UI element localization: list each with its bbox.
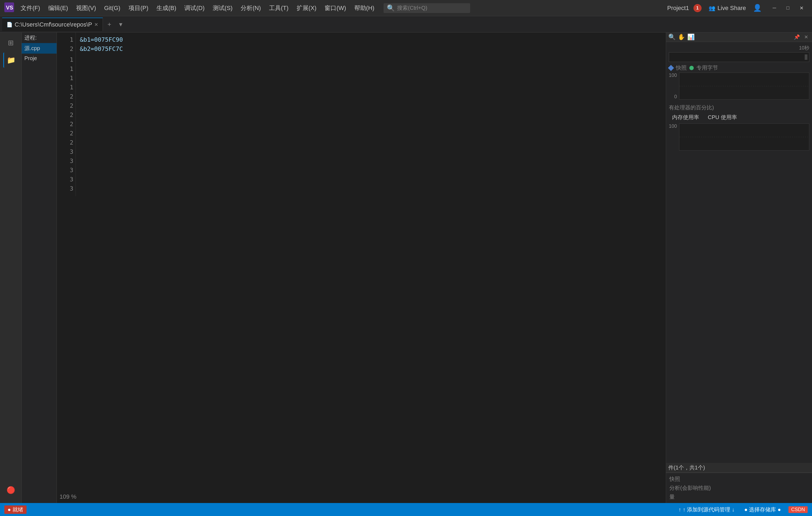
- red-notification: 1: [693, 4, 702, 12]
- close-button[interactable]: ✕: [795, 3, 808, 13]
- tab-title: C:\Users\Cmf\source\repos\P: [14, 21, 92, 28]
- repo-label: ● 选择存储库 ●: [744, 506, 781, 513]
- menu-test[interactable]: 测试(S): [209, 3, 236, 13]
- search-icon: 🔍: [387, 4, 395, 12]
- live-share-button[interactable]: 👥 Live Share: [706, 3, 749, 13]
- menu-build[interactable]: 生成(B): [153, 3, 180, 13]
- tab-scroll-arrow[interactable]: ▾: [116, 20, 125, 29]
- event-snapshot[interactable]: 快照: [668, 475, 810, 484]
- live-share-label: Live Share: [718, 5, 746, 12]
- search-box[interactable]: 🔍 搜索(Ctrl+Q): [383, 3, 470, 13]
- move-icon[interactable]: ✋: [678, 34, 685, 40]
- legend-privatebytes-label: 专用字节: [696, 64, 718, 71]
- close-panel-button[interactable]: ✕: [803, 34, 810, 40]
- chart-area: 10秒 快照 专用字节 100 0: [666, 42, 812, 463]
- user-icon[interactable]: 👤: [753, 4, 762, 12]
- left-panel: 进程: 源.cpp Proje: [22, 32, 57, 503]
- menu-file[interactable]: 文件(F): [17, 3, 44, 13]
- menu-git[interactable]: Git(G): [100, 3, 124, 13]
- menu-project[interactable]: 项目(P): [125, 3, 152, 13]
- x-axis-label: 有处理器的百分比): [669, 104, 809, 111]
- events-label: 件(1个，共1个): [668, 464, 705, 471]
- sidebar-icon-source[interactable]: 📁: [3, 53, 19, 68]
- menu-tools[interactable]: 工具(T): [265, 3, 292, 13]
- line-numbers: 12 1111 222222 33333: [57, 32, 76, 196]
- code-line-1: &b1=0075FC90: [80, 35, 663, 45]
- legend-row: 快照 专用字节: [669, 64, 809, 71]
- pin-button[interactable]: 📌: [792, 34, 802, 40]
- source-control-label: ↑ 添加到源代码管理 ↓: [683, 506, 734, 513]
- editor-area[interactable]: 12 1111 222222 33333 &b1=0075FC90 &b2=00…: [57, 32, 666, 503]
- minimize-button[interactable]: ─: [768, 3, 781, 13]
- code-area[interactable]: &b1=0075FC90 &b2=0075FC7C: [77, 32, 666, 503]
- title-bar-right: Project1 1 👥 Live Share 👤 ─ □ ✕: [667, 3, 808, 13]
- sidebar-thin: ⊞ 📁 🔴: [0, 32, 22, 503]
- svg-text:VS: VS: [6, 5, 13, 10]
- title-bar: VS 文件(F) 编辑(E) 视图(V) Git(G) 项目(P) 生成(B) …: [0, 0, 812, 16]
- status-right: ↑ ↑ 添加到源代码管理 ↓ ● 选择存储库 ● CSDN: [676, 506, 808, 514]
- cpu-tab[interactable]: CPU 使用率: [704, 113, 740, 122]
- y-max-label: 100: [669, 73, 677, 78]
- legend-snapshot-icon: [668, 65, 674, 71]
- mem-tab[interactable]: 内存使用率: [669, 113, 702, 122]
- menu-edit[interactable]: 编辑(E): [45, 3, 72, 13]
- ready-label: ● 就绪: [7, 506, 23, 513]
- right-panel: 🔍 ✋ 📊 📌 ✕ 10秒 快照 专用字节: [666, 32, 812, 503]
- menu-analyze[interactable]: 分析(N): [237, 3, 265, 13]
- status-repo[interactable]: ● 选择存储库 ●: [742, 506, 783, 514]
- project-name: Project1: [667, 5, 689, 12]
- editor-tab[interactable]: 📄 C:\Users\Cmf\source\repos\P ✕: [2, 18, 103, 31]
- right-panel-toolbar: 🔍 ✋ 📊 📌 ✕: [666, 32, 812, 42]
- chart-area-2: [679, 123, 809, 150]
- up-arrow-icon: ↑: [678, 507, 681, 513]
- menu-window[interactable]: 窗口(W): [321, 3, 350, 13]
- maximize-button[interactable]: □: [782, 3, 794, 13]
- tab-close-button[interactable]: ✕: [94, 22, 98, 28]
- menu-bar: 文件(F) 编辑(E) 视图(V) Git(G) 项目(P) 生成(B) 调试(…: [17, 3, 378, 13]
- menu-view[interactable]: 视图(V): [72, 3, 99, 13]
- menu-debug[interactable]: 调试(D): [180, 3, 208, 13]
- window-controls: ─ □ ✕: [768, 3, 808, 13]
- magnify-icon[interactable]: 🔍: [668, 34, 675, 40]
- status-ready[interactable]: ● 就绪: [4, 506, 27, 514]
- status-bar: ● 就绪 ↑ ↑ 添加到源代码管理 ↓ ● 选择存储库 ● CSDN: [0, 503, 812, 516]
- status-source-control[interactable]: ↑ ↑ 添加到源代码管理 ↓: [676, 506, 737, 514]
- code-line-2: &b2=0075FC7C: [80, 45, 663, 54]
- csdn-badge[interactable]: CSDN: [788, 506, 808, 513]
- left-panel-process[interactable]: 进程:: [22, 32, 57, 43]
- search-placeholder: 搜索(Ctrl+Q): [397, 4, 427, 12]
- legend-privatebytes-icon: [689, 66, 694, 70]
- tab-file-icon: 📄: [6, 22, 12, 28]
- app-logo: VS: [4, 2, 14, 14]
- left-panel-source[interactable]: 源.cpp: [22, 43, 57, 54]
- event-count[interactable]: 量: [668, 492, 810, 501]
- y-zero-label: 0: [669, 94, 677, 99]
- events-section: 快照 分析(会影响性能) 量: [666, 473, 812, 503]
- sidebar-icon-git[interactable]: 🔴: [3, 482, 19, 497]
- chart-area-1: [679, 73, 809, 99]
- time-label: 10秒: [799, 45, 809, 51]
- tab-bar: 📄 C:\Users\Cmf\source\repos\P ✕ + ▾: [0, 16, 812, 32]
- zoom-indicator: 109 %: [60, 493, 76, 500]
- new-tab-button[interactable]: +: [104, 19, 115, 30]
- event-analyze[interactable]: 分析(会影响性能): [668, 484, 810, 492]
- legend-snapshot-label: 快照: [676, 64, 687, 71]
- chart-icon[interactable]: 📊: [687, 34, 695, 40]
- left-panel-project[interactable]: Proje: [22, 54, 57, 63]
- menu-ext[interactable]: 扩展(X): [293, 3, 320, 13]
- live-share-icon: 👥: [708, 5, 715, 11]
- events-section-header: 件(1个，共1个): [666, 463, 812, 473]
- time-axis: 10秒: [669, 45, 809, 51]
- sidebar-icon-nav[interactable]: ⊞: [3, 35, 19, 50]
- menu-help[interactable]: 帮助(H): [350, 3, 378, 13]
- main-layout: ⊞ 📁 🔴 进程: 源.cpp Proje 12 1111 222222 333…: [0, 32, 812, 503]
- y-max2-label: 100: [669, 123, 677, 129]
